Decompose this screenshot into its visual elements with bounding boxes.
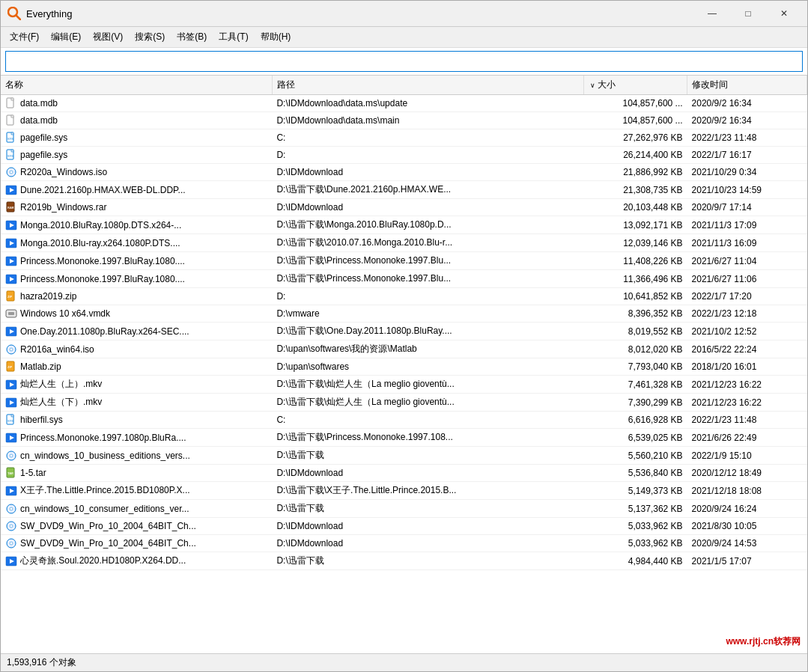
file-date-cell: 2021/10/23 14:59 <box>687 181 807 199</box>
table-row[interactable]: SYShiberfil.sysC:6,616,928 KB2022/1/23 1… <box>1 412 807 429</box>
table-row[interactable]: Dune.2021.2160p.HMAX.WEB-DL.DDP...D:\迅雷下… <box>1 181 807 199</box>
file-date-cell: 2021/12/18 18:08 <box>687 482 807 500</box>
file-name: Dune.2021.2160p.HMAX.WEB-DL.DDP... <box>20 185 186 195</box>
table-row[interactable]: R2016a_win64.isoD:\upan\softwares\我的资源\M… <box>1 340 807 358</box>
file-date-cell: 2021/10/29 0:34 <box>687 164 807 181</box>
file-size-cell: 5,149,373 KB <box>583 482 687 500</box>
file-size-cell: 104,857,600 ... <box>583 95 687 112</box>
table-row[interactable]: Monga.2010.BluRay.1080p.DTS.x264-...D:\迅… <box>1 216 807 234</box>
file-name-cell: data.mdb <box>1 95 272 112</box>
file-size-cell: 7,390,299 KB <box>583 394 687 412</box>
file-name-cell: SYShiberfil.sys <box>1 412 272 429</box>
column-header-date[interactable]: 修改时间 <box>687 76 807 95</box>
file-name-cell: SW_DVD9_Win_Pro_10_2004_64BIT_Ch... <box>1 518 272 535</box>
file-size-cell: 8,012,020 KB <box>583 340 687 358</box>
video-icon <box>5 326 17 337</box>
svg-point-52 <box>10 507 13 510</box>
file-date-cell: 2021/6/26 22:49 <box>687 429 807 447</box>
file-name: R2019b_Windows.rar <box>20 202 106 213</box>
file-date-cell: 2022/1/7 16:17 <box>687 147 807 164</box>
table-row[interactable]: 心灵奇旅.Soul.2020.HD1080P.X264.DD...D:\迅雷下载… <box>1 552 807 570</box>
file-size-cell: 7,461,328 KB <box>583 376 687 394</box>
app-icon <box>7 6 22 21</box>
table-row[interactable]: data.mdbD:\IDMdownload\data.ms\main104,8… <box>1 112 807 129</box>
file-date-cell: 2022/1/9 15:10 <box>687 447 807 465</box>
sys-icon: SYS <box>5 132 17 144</box>
table-row[interactable]: SYSpagefile.sysD:26,214,400 KB2022/1/7 1… <box>1 147 807 164</box>
menu-view[interactable]: 视图(V) <box>87 28 129 46</box>
svg-text:TAR: TAR <box>7 471 13 475</box>
window-controls: — □ ✕ <box>695 1 801 27</box>
file-name-cell: ZIPhazra2019.zip <box>1 288 272 305</box>
video-icon <box>5 184 17 196</box>
file-name: Monga.2010.BluRay.1080p.DTS.x264-... <box>20 220 181 230</box>
file-size-cell: 20,103,448 KB <box>583 199 687 216</box>
file-path-cell: D:\迅雷下载\One.Day.2011.1080p.BluRay.... <box>272 323 583 340</box>
file-date-cell: 2021/11/3 17:09 <box>687 216 807 234</box>
minimize-button[interactable]: — <box>695 1 729 27</box>
file-name-cell: SYSpagefile.sys <box>1 147 272 164</box>
file-name-cell: R2016a_win64.iso <box>1 340 272 358</box>
table-row[interactable]: R2020a_Windows.isoD:\IDMdownload21,886,9… <box>1 164 807 181</box>
table-row[interactable]: SYSpagefile.sysC:27,262,976 KB2022/1/23 … <box>1 129 807 147</box>
file-list-container[interactable]: 名称 路径 ∨ 大小 修改时间 data.mdbD:\IDMdownload\d… <box>1 76 807 653</box>
svg-text:ZIP: ZIP <box>7 295 13 299</box>
file-size-cell: 12,039,146 KB <box>583 234 687 252</box>
file-name: cn_windows_10_business_editions_vers... <box>20 450 190 461</box>
column-header-path[interactable]: 路径 <box>272 76 583 95</box>
close-button[interactable]: ✕ <box>767 1 801 27</box>
file-name: Matlab.zip <box>20 361 61 372</box>
table-row[interactable]: SW_DVD9_Win_Pro_10_2004_64BIT_Ch...D:\ID… <box>1 535 807 552</box>
file-name-cell: Windows 10 x64.vmdk <box>1 305 272 323</box>
menu-bookmark[interactable]: 书签(B) <box>171 28 213 46</box>
zip-icon: ZIP <box>5 290 17 302</box>
table-row[interactable]: Princess.Mononoke.1997.BluRay.1080....D:… <box>1 252 807 270</box>
video-icon <box>5 555 17 567</box>
column-header-size[interactable]: ∨ 大小 <box>583 76 687 95</box>
table-row[interactable]: X王子.The.Little.Prince.2015.BD1080P.X...D… <box>1 482 807 500</box>
maximize-button[interactable]: □ <box>731 1 765 27</box>
column-header-name[interactable]: 名称 <box>1 76 272 95</box>
table-row[interactable]: Monga.2010.Blu-ray.x264.1080P.DTS....D:\… <box>1 234 807 252</box>
table-row[interactable]: SW_DVD9_Win_Pro_10_2004_64BIT_Ch...D:\ID… <box>1 518 807 535</box>
svg-point-13 <box>10 171 13 174</box>
table-row[interactable]: TAR1-5.tarD:\IDMdownload5,536,840 KB2020… <box>1 465 807 482</box>
table-row[interactable]: ZIPMatlab.zipD:\upan\softwares7,793,040 … <box>1 358 807 376</box>
table-row[interactable]: 灿烂人生（上）.mkvD:\迅雷下载\灿烂人生（La meglio gioven… <box>1 376 807 394</box>
table-row[interactable]: Princess.Mononoke.1997.BluRay.1080....D:… <box>1 270 807 288</box>
file-path-cell: D:\迅雷下载\2010.07.16.Monga.2010.Blu-r... <box>272 234 583 252</box>
table-row[interactable]: cn_windows_10_business_editions_vers...D… <box>1 447 807 465</box>
file-name: data.mdb <box>20 115 58 126</box>
file-icon <box>5 114 17 126</box>
table-row[interactable]: RARR2019b_Windows.rarD:\IDMdownload20,10… <box>1 199 807 216</box>
menu-edit[interactable]: 编辑(E) <box>45 28 87 46</box>
table-row[interactable]: 灿烂人生（下）.mkvD:\迅雷下载\灿烂人生（La meglio gioven… <box>1 394 807 412</box>
video-icon <box>5 432 17 444</box>
table-row[interactable]: One.Day.2011.1080p.BluRay.x264-SEC....D:… <box>1 323 807 340</box>
file-path-cell: D:\IDMdownload\data.ms\main <box>272 112 583 129</box>
file-path-cell: D:\IDMdownload <box>272 199 583 216</box>
file-size-cell: 27,262,976 KB <box>583 129 687 147</box>
file-path-cell: D:\迅雷下载\Monga.2010.BluRay.1080p.D... <box>272 216 583 234</box>
table-row[interactable]: data.mdbD:\IDMdownload\data.ms\update104… <box>1 95 807 112</box>
search-input[interactable] <box>5 51 803 72</box>
menu-search[interactable]: 搜索(S) <box>129 28 171 46</box>
file-name: Princess.Mononoke.1997.BluRay.1080.... <box>20 256 185 266</box>
menu-help[interactable]: 帮助(H) <box>255 28 297 46</box>
table-row[interactable]: Windows 10 x64.vmdkD:\vmware8,396,352 KB… <box>1 305 807 323</box>
file-name-cell: R2020a_Windows.iso <box>1 164 272 181</box>
menu-tools[interactable]: 工具(T) <box>213 28 254 46</box>
file-date-cell: 2021/1/5 17:07 <box>687 552 807 570</box>
file-name: hazra2019.zip <box>20 291 76 302</box>
file-name: pagefile.sys <box>20 132 67 143</box>
main-window: Everything — □ ✕ 文件(F) 编辑(E) 视图(V) 搜索(S)… <box>0 0 808 672</box>
video-icon <box>5 255 17 267</box>
table-row[interactable]: ZIPhazra2019.zipD:10,641,852 KB2022/1/7 … <box>1 288 807 305</box>
file-path-cell: D:\迅雷下载\灿烂人生（La meglio gioventù... <box>272 394 583 412</box>
file-date-cell: 2020/9/24 16:24 <box>687 500 807 518</box>
menu-file[interactable]: 文件(F) <box>4 28 45 46</box>
file-date-cell: 2022/1/7 17:20 <box>687 288 807 305</box>
file-name-cell: 心灵奇旅.Soul.2020.HD1080P.X264.DD... <box>1 552 272 570</box>
table-row[interactable]: Princess.Mononoke.1997.1080p.BluRa....D:… <box>1 429 807 447</box>
table-row[interactable]: cn_windows_10_consumer_editions_ver...D:… <box>1 500 807 518</box>
